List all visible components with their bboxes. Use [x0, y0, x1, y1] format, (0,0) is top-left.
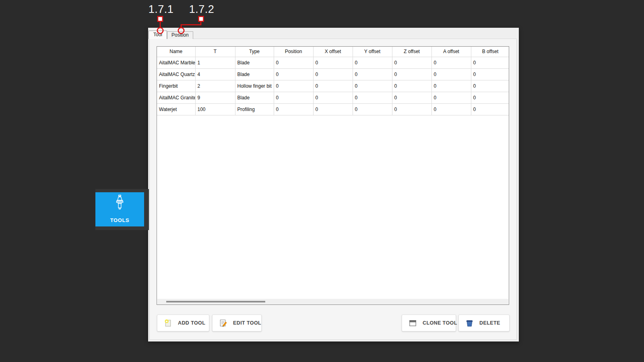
tab-strip: Tool Position [149, 31, 193, 39]
add-tool-label: ADD TOOL [178, 320, 205, 326]
window-copy-icon [408, 319, 417, 328]
table-cell: 0 [471, 103, 509, 115]
trash-bucket-icon [465, 319, 474, 328]
horizontal-scrollbar-track[interactable] [157, 299, 508, 304]
edit-tool-label: EDIT TOOL [233, 320, 261, 326]
column-header[interactable]: Z offset [392, 47, 431, 57]
table-cell: 0 [274, 80, 313, 92]
table-cell: 0 [313, 92, 353, 103]
table-cell: 0 [431, 57, 471, 68]
table-row[interactable]: Waterjet100Profiling000000 [157, 103, 509, 115]
table-cell: Hollow finger bit [235, 80, 274, 92]
column-header[interactable]: X offset [313, 47, 353, 57]
table-cell: 0 [353, 80, 392, 92]
tab-position[interactable]: Position [167, 31, 193, 39]
tools-button-label: TOOLS [110, 217, 130, 223]
table-row[interactable]: AitalMAC Granite9Blade000000 [157, 92, 509, 103]
table-cell: 0 [431, 92, 471, 103]
clone-tool-label: CLONE TOOL [423, 320, 457, 326]
table-cell: Blade [235, 57, 274, 68]
table-cell: 0 [353, 92, 392, 103]
edit-tool-button[interactable]: EDIT TOOL [212, 315, 262, 331]
table-cell: 0 [471, 80, 509, 92]
table-cell: Profiling [235, 103, 274, 115]
annotation-label-1-7-1: 1.7.1 [149, 3, 174, 16]
delete-tool-label: DELETE [479, 320, 500, 326]
table-cell: AitalMAC Marble [157, 57, 195, 68]
table-cell: 0 [471, 92, 509, 103]
tools-panel: Tool Position NameTTypePositionX offsetY… [148, 28, 519, 341]
edit-document-icon [219, 319, 228, 328]
column-header[interactable]: Name [157, 47, 195, 57]
table-cell: 0 [392, 103, 431, 115]
table-cell: 0 [313, 57, 353, 68]
callout-line-2 [181, 21, 201, 28]
add-tool-button[interactable]: ADD TOOL [157, 315, 209, 331]
table-cell: 0 [431, 80, 471, 92]
table-cell: 0 [313, 103, 353, 115]
table-cell: 0 [274, 103, 313, 115]
table-cell: AitalMAC Quartz [157, 68, 195, 80]
table-header-row: NameTTypePositionX offsetY offsetZ offse… [157, 47, 509, 57]
new-document-icon [163, 319, 173, 328]
column-header[interactable]: Position [274, 47, 313, 57]
table-cell: 100 [195, 103, 235, 115]
table-row[interactable]: AitalMAC Quartz4Blade000000 [157, 68, 509, 80]
column-header[interactable]: Y offset [353, 47, 392, 57]
table-cell: 1 [195, 57, 235, 68]
table-cell: 0 [431, 68, 471, 80]
table-row[interactable]: Fingerbit2Hollow finger bit000000 [157, 80, 509, 92]
table-cell: 0 [274, 92, 313, 103]
table-cell: 0 [392, 68, 431, 80]
column-header[interactable]: A offset [431, 47, 471, 57]
column-header[interactable]: B offset [471, 47, 509, 57]
table-cell: 0 [313, 80, 353, 92]
table-cell: 0 [274, 68, 313, 80]
table-cell: 4 [195, 68, 235, 80]
table-cell: 0 [471, 57, 509, 68]
table-cell: 0 [353, 103, 392, 115]
tool-table-body: AitalMAC Marble1Blade000000AitalMAC Quar… [157, 57, 509, 115]
tools-sidebar-button[interactable]: TOOLS [95, 192, 144, 226]
tab-tool[interactable]: Tool [149, 31, 167, 39]
table-cell: 0 [431, 103, 471, 115]
callout-square-1 [158, 16, 163, 21]
column-header[interactable]: T [195, 47, 235, 57]
callout-square-2 [199, 16, 204, 21]
table-cell: 0 [471, 68, 509, 80]
table-row[interactable]: AitalMAC Marble1Blade000000 [157, 57, 509, 68]
table-cell: Waterjet [157, 103, 195, 115]
annotation-label-1-7-2: 1.7.2 [189, 3, 215, 16]
tool-table: NameTTypePositionX offsetY offsetZ offse… [157, 46, 509, 305]
table-cell: AitalMAC Granite [157, 92, 195, 103]
table-cell: 0 [353, 57, 392, 68]
delete-tool-button[interactable]: DELETE [458, 315, 510, 331]
table-cell: 0 [353, 68, 392, 80]
table-cell: 0 [392, 92, 431, 103]
table-cell: 2 [195, 80, 235, 92]
table-cell: Blade [235, 68, 274, 80]
table-cell: 0 [392, 80, 431, 92]
table-cell: Fingerbit [157, 80, 195, 92]
table-cell: Blade [235, 92, 274, 103]
table-cell: 9 [195, 92, 235, 103]
table-cell: 0 [313, 68, 353, 80]
horizontal-scrollbar-thumb[interactable] [166, 301, 265, 302]
table-cell: 0 [274, 57, 313, 68]
tool-holder-icon [114, 195, 125, 211]
table-cell: 0 [392, 57, 431, 68]
column-header[interactable]: Type [235, 47, 274, 57]
clone-tool-button[interactable]: CLONE TOOL [402, 315, 456, 331]
